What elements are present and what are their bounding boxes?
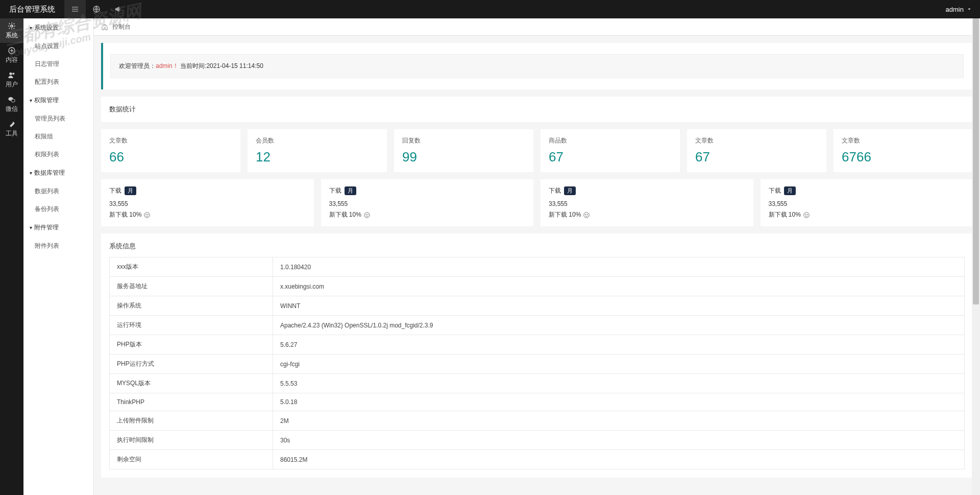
broadcast-icon — [114, 5, 122, 13]
header-toolbar — [64, 0, 129, 18]
chevron-down-icon — [967, 7, 972, 12]
menu-icon — [71, 5, 79, 13]
globe-button[interactable] — [86, 0, 107, 18]
user-menu[interactable]: admin — [938, 6, 980, 13]
broadcast-button[interactable] — [107, 0, 129, 18]
user-name: admin — [946, 6, 964, 13]
app-title: 后台管理系统 — [0, 5, 64, 14]
header: 后台管理系统 admin — [0, 0, 980, 18]
menu-toggle-button[interactable] — [64, 0, 86, 18]
globe-icon — [92, 5, 101, 13]
